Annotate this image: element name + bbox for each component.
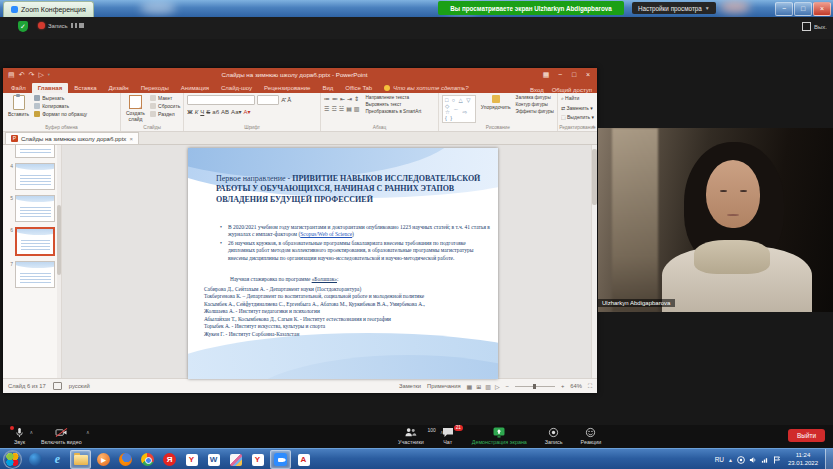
fit-to-window-icon[interactable]: ⛶ bbox=[588, 383, 592, 390]
tab-transitions[interactable]: Переходы bbox=[135, 83, 175, 93]
taskbar-app-explorer[interactable] bbox=[70, 450, 91, 469]
taskbar-app-acrobat[interactable]: A bbox=[294, 451, 313, 468]
reactions-button[interactable]: Реакции bbox=[581, 427, 602, 445]
increase-indent-button[interactable]: ⇥ bbox=[347, 95, 352, 102]
leave-meeting-button[interactable]: Выйти bbox=[788, 429, 825, 442]
ppt-restore-button[interactable]: □ bbox=[567, 69, 581, 81]
shape-fill-button[interactable]: Заливка фигуры bbox=[516, 95, 554, 100]
replace-button[interactable]: ⇄ Заменить ▾ bbox=[561, 105, 594, 111]
strikethrough-button[interactable]: S bbox=[206, 109, 210, 115]
taskbar-app-chrome[interactable] bbox=[138, 451, 157, 468]
slide-thumbnail-3[interactable] bbox=[15, 145, 55, 158]
action-center-flag-icon[interactable] bbox=[773, 456, 781, 464]
zoom-slider[interactable] bbox=[515, 386, 555, 387]
comments-toggle[interactable]: Примечания bbox=[427, 383, 460, 389]
taskbar-app-paint[interactable] bbox=[226, 451, 245, 468]
copy-button[interactable]: Копировать bbox=[34, 103, 87, 109]
slide-names-block[interactable]: Научная стажировка по программе «Болашак… bbox=[204, 276, 492, 339]
start-video-button[interactable]: ∧ Включить видео bbox=[41, 427, 82, 445]
close-button[interactable]: × bbox=[813, 2, 831, 16]
line-spacing-button[interactable]: ⇕ bbox=[354, 95, 359, 102]
decrease-indent-button[interactable]: ⇤ bbox=[340, 95, 345, 102]
show-desktop-button[interactable] bbox=[825, 449, 833, 469]
grow-font-icon[interactable]: А̂ bbox=[281, 97, 285, 103]
bolashak-link[interactable]: «Болашак» bbox=[312, 276, 337, 282]
volume-icon[interactable] bbox=[749, 456, 757, 464]
font-size-combo[interactable] bbox=[257, 95, 279, 105]
notes-toggle[interactable]: Заметки bbox=[399, 383, 421, 389]
reading-view-icon[interactable]: ▥ bbox=[485, 383, 491, 390]
taskbar-app-yandex[interactable]: Y bbox=[182, 451, 201, 468]
zoom-percentage[interactable]: 64% bbox=[570, 383, 582, 389]
updates-icon[interactable] bbox=[737, 456, 745, 464]
align-center-button[interactable]: ☲ bbox=[331, 105, 336, 112]
tab-view[interactable]: Вид bbox=[316, 83, 339, 93]
paste-button[interactable]: Вставить bbox=[6, 95, 31, 123]
cut-button[interactable]: Вырезать bbox=[34, 95, 87, 101]
slide-canvas[interactable]: Первое направление - ПРИВИТИЕ НАВЫКОВ ИС… bbox=[188, 148, 498, 379]
start-slideshow-icon[interactable]: ▷ bbox=[38, 71, 43, 79]
save-icon[interactable]: ▤ bbox=[8, 71, 15, 79]
text-shadow-button[interactable]: аб bbox=[212, 109, 219, 115]
bullets-button[interactable]: ≔ bbox=[324, 95, 330, 102]
align-right-button[interactable]: ☱ bbox=[339, 105, 344, 112]
taskbar-app-firefox[interactable] bbox=[116, 451, 135, 468]
underline-button[interactable]: Ч bbox=[200, 109, 204, 115]
tab-file[interactable]: Файл bbox=[5, 83, 32, 93]
char-spacing-button[interactable]: АВ bbox=[221, 109, 229, 115]
thumbnail-scrollbar[interactable] bbox=[57, 145, 61, 378]
zoom-in-icon[interactable]: + bbox=[561, 383, 564, 389]
tab-insert[interactable]: Вставка bbox=[68, 83, 102, 93]
slide-title[interactable]: Первое направление - ПРИВИТИЕ НАВЫКОВ ИС… bbox=[216, 174, 484, 205]
exit-fullscreen-button[interactable]: Вых. bbox=[802, 22, 827, 31]
taskbar-app-word[interactable]: W bbox=[204, 451, 223, 468]
zoom-out-icon[interactable]: − bbox=[506, 383, 509, 389]
stop-recording-icon[interactable] bbox=[79, 23, 84, 28]
document-tab[interactable]: P Слайды на зимнюю школу дораб.pptx × bbox=[5, 132, 139, 144]
participant-video-tile[interactable]: Ulzharkyn Abdigapbarova bbox=[598, 128, 833, 312]
audio-button[interactable]: ∧ Звук bbox=[14, 427, 25, 445]
audio-options-chevron[interactable]: ∧ bbox=[29, 429, 33, 435]
share-screen-button[interactable]: Демонстрация экрана bbox=[472, 427, 527, 445]
tab-design[interactable]: Дизайн bbox=[102, 83, 134, 93]
ppt-minimize-button[interactable]: − bbox=[553, 69, 567, 81]
slide-sorter-icon[interactable]: ⊞ bbox=[476, 383, 481, 390]
ribbon-display-options-button[interactable]: ▦ bbox=[539, 69, 553, 81]
bold-button[interactable]: Ж bbox=[187, 109, 192, 115]
redo-icon[interactable]: ↷ bbox=[29, 71, 35, 79]
select-button[interactable]: ⬚ Выделить ▾ bbox=[561, 114, 594, 120]
ppt-close-button[interactable]: × bbox=[581, 69, 595, 81]
taskbar-app-yandex-2[interactable]: Y bbox=[248, 451, 267, 468]
shapes-gallery[interactable]: □ ○ △ ▽ ◇ ☆ ⌒ ⇨ { } bbox=[442, 95, 476, 123]
text-direction-button[interactable]: Направление текста bbox=[366, 95, 422, 100]
slide-thumbnail-5[interactable] bbox=[15, 195, 55, 222]
columns-button[interactable]: ▥ bbox=[354, 105, 360, 112]
maximize-button[interactable]: □ bbox=[794, 2, 812, 16]
taskbar-clock[interactable]: 11:24 23.01.2022 bbox=[785, 452, 821, 467]
slide-thumbnail-4[interactable] bbox=[15, 163, 55, 190]
taskbar-app-zoom[interactable] bbox=[270, 450, 291, 469]
close-document-icon[interactable]: × bbox=[129, 136, 133, 142]
spellcheck-icon[interactable] bbox=[53, 382, 62, 390]
normal-view-icon[interactable]: ▦ bbox=[467, 383, 473, 390]
numbering-button[interactable]: ≕ bbox=[332, 95, 338, 102]
language-indicator[interactable]: русский bbox=[69, 383, 90, 389]
tray-expand-arrow-icon[interactable]: ▲ bbox=[728, 457, 733, 463]
shape-outline-button[interactable]: Контур фигуры bbox=[516, 102, 554, 107]
slide-thumbnail-6-selected[interactable] bbox=[15, 227, 55, 256]
app-title-tab[interactable]: Zoom Конференция bbox=[3, 1, 94, 17]
layout-button[interactable]: Макет bbox=[150, 95, 180, 101]
arrange-button[interactable]: Упорядочить bbox=[479, 95, 513, 123]
italic-button[interactable]: К bbox=[195, 109, 199, 115]
font-name-combo[interactable] bbox=[187, 95, 255, 105]
editor-scrollbar[interactable] bbox=[591, 145, 597, 378]
chat-button[interactable]: 21 Чат bbox=[442, 427, 454, 445]
start-button[interactable] bbox=[3, 450, 22, 469]
format-painter-button[interactable]: Формат по образцу bbox=[34, 111, 87, 117]
taskbar-app-media-player[interactable]: ▶ bbox=[94, 451, 113, 468]
reset-button[interactable]: Сбросить bbox=[150, 103, 180, 109]
tell-me-box[interactable]: Что вы хотите сделать? bbox=[378, 83, 474, 93]
pause-recording-icon[interactable] bbox=[75, 23, 77, 28]
tab-slideshow[interactable]: Слайд-шоу bbox=[215, 83, 258, 93]
tab-office-tab[interactable]: Office Tab bbox=[339, 83, 378, 93]
